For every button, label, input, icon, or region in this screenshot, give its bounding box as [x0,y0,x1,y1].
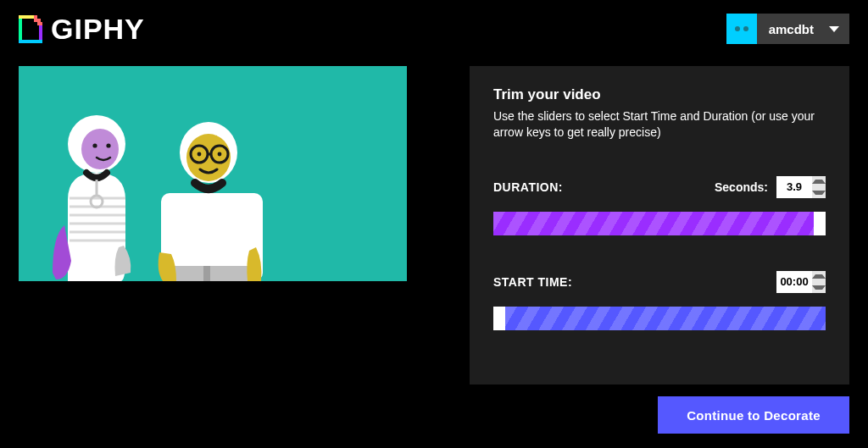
duration-unit: Seconds: [715,180,768,194]
start-time-slider[interactable] [493,307,826,330]
arrow-down-icon [812,191,826,195]
svg-point-22 [198,152,202,157]
chevron-down-icon [829,26,839,32]
start-time-label: START TIME: [493,275,572,289]
start-time-slider-fill [505,307,826,330]
arrow-up-icon [812,180,826,184]
svg-rect-3 [19,40,42,43]
avatar [726,14,757,44]
start-time-step-down[interactable] [812,282,826,293]
duration-control: DURATION: Seconds: [493,176,826,235]
trim-panel: Trim your video Use the sliders to selec… [470,66,849,384]
svg-rect-2 [19,15,34,19]
continue-button[interactable]: Continue to Decorate [658,396,849,434]
logo[interactable]: GIPHY [19,13,145,46]
arrow-up-icon [812,274,826,279]
svg-rect-16 [203,266,210,281]
svg-rect-6 [37,22,42,25]
video-preview [19,66,407,281]
user-menu-caret [826,14,849,44]
svg-point-10 [92,143,97,147]
start-time-control: START TIME: [493,271,826,330]
user-menu[interactable]: amcdbt [726,14,849,44]
duration-slider[interactable] [493,212,826,235]
duration-step-up[interactable] [812,176,826,187]
user-name: amcdbt [757,14,826,44]
start-time-spinner[interactable] [776,271,826,293]
svg-point-11 [106,143,110,147]
svg-rect-5 [34,19,41,22]
start-time-input[interactable] [776,271,812,293]
avatar-eyes-icon [735,26,748,31]
giphy-logo-icon [19,15,42,43]
header: GIPHY amcdbt [19,10,849,47]
duration-step-down[interactable] [812,187,826,198]
panel-title: Trim your video [493,86,826,103]
svg-point-18 [186,134,231,181]
svg-rect-0 [19,19,22,43]
duration-spinner[interactable] [776,176,826,198]
panel-subtitle: Use the sliders to select Start Time and… [493,108,826,141]
duration-label: DURATION: [493,180,563,194]
duration-slider-fill [493,212,814,235]
arrow-down-icon [812,285,826,290]
logo-text: GIPHY [51,13,145,46]
svg-rect-4 [34,15,37,19]
svg-point-23 [218,152,222,157]
svg-point-9 [81,129,119,169]
duration-input[interactable] [776,176,812,198]
start-time-step-up[interactable] [812,271,826,282]
